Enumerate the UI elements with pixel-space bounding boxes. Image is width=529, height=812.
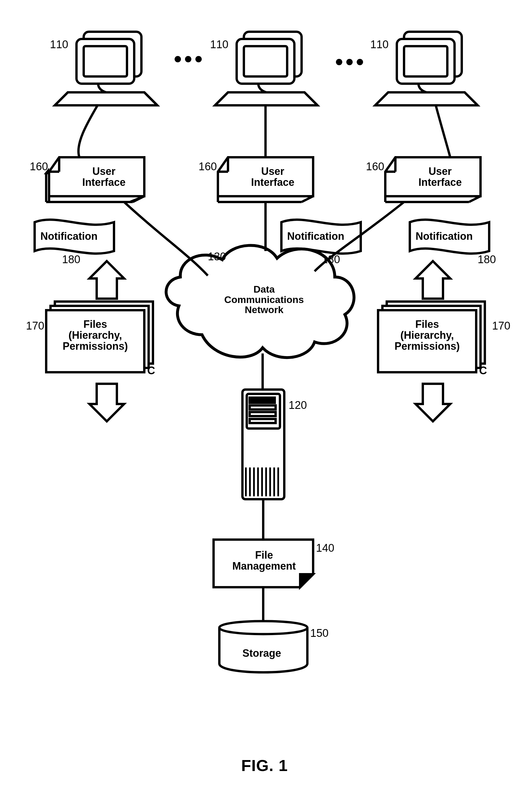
arrow-down-icon — [416, 384, 450, 421]
svg-point-18 — [336, 59, 342, 65]
filemgmt-label: File Management — [228, 550, 300, 571]
ref-ui-2: 160 — [199, 161, 217, 172]
ref-cloud: 130 — [208, 251, 226, 262]
files-c-left: C — [147, 365, 155, 376]
ref-filemgmt: 140 — [316, 542, 334, 553]
storage-label: Storage — [242, 648, 281, 659]
files-label-left: Files (Hierarchy, Permissions) — [53, 319, 137, 351]
ref-computer-1: 110 — [50, 39, 68, 50]
svg-rect-53 — [263, 397, 275, 403]
computer-icon — [55, 32, 157, 105]
ellipsis-icon — [175, 56, 202, 62]
storage-cylinder — [219, 621, 308, 672]
computer-icon — [375, 32, 477, 105]
ref-computer-2: 110 — [210, 39, 228, 50]
ref-ui-1: 160 — [30, 161, 48, 172]
ref-server: 120 — [289, 400, 307, 411]
diagram-svg — [0, 0, 529, 812]
notif-label-1: Notification — [40, 231, 98, 242]
notif-label-2: Notification — [287, 231, 344, 242]
svg-point-20 — [357, 59, 363, 65]
svg-point-17 — [195, 56, 202, 62]
ellipsis-icon — [336, 59, 363, 65]
svg-rect-12 — [404, 46, 447, 76]
files-label-right: Files (Hierarchy, Permissions) — [385, 319, 469, 351]
arrow-up-icon — [416, 261, 450, 299]
ref-files-right: 170 — [492, 320, 510, 331]
svg-rect-2 — [84, 46, 127, 76]
server-icon — [242, 390, 284, 499]
ref-files-left: 170 — [26, 320, 44, 331]
svg-point-15 — [175, 56, 181, 62]
ref-ui-3: 160 — [366, 161, 384, 172]
files-c-right: C — [479, 365, 487, 376]
svg-point-16 — [185, 56, 191, 62]
ref-notif-1: 180 — [62, 254, 80, 265]
arrow-up-icon — [89, 261, 124, 299]
ui-label-2: User Interface — [244, 166, 302, 188]
ui-label-1: User Interface — [75, 166, 133, 188]
svg-rect-7 — [244, 46, 287, 76]
figure-caption: FIG. 1 — [0, 756, 529, 775]
ref-storage: 150 — [310, 628, 328, 639]
svg-point-19 — [346, 59, 353, 65]
computer-icon — [215, 32, 317, 105]
ref-notif-2: 180 — [322, 254, 340, 265]
ref-computer-3: 110 — [370, 39, 388, 50]
ui-label-3: User Interface — [411, 166, 469, 188]
figure-1-diagram: 110 110 110 160 160 160 User Interface U… — [0, 0, 529, 812]
notif-label-3: Notification — [416, 231, 473, 242]
svg-rect-52 — [249, 397, 261, 403]
ref-notif-3: 180 — [477, 254, 496, 265]
cloud-label: Data Communications Network — [218, 284, 310, 315]
arrow-down-icon — [89, 384, 124, 421]
